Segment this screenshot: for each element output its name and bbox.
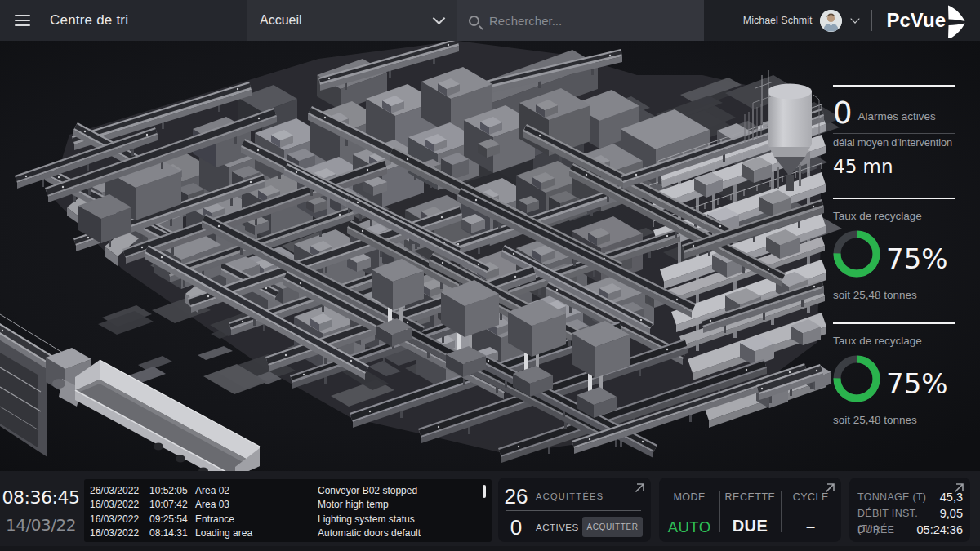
stat-label: TONNAGE (T) — [858, 491, 926, 503]
sidebar-separator — [833, 85, 956, 87]
gauge-subtitle: soit 25,48 tonnes — [833, 289, 956, 301]
acknowledged-count: 26 — [498, 484, 534, 509]
recette-column: RECETTE DUE — [719, 478, 780, 542]
gauge-title: Taux de recyclage — [833, 335, 956, 347]
search-icon — [469, 16, 479, 26]
alarm-row[interactable]: 26/03/2022 10:52:05 Area 02 Conveyor B02… — [90, 483, 483, 498]
topbar-divider — [871, 10, 872, 31]
search-placeholder: Rechercher... — [489, 14, 562, 28]
gauge-subtitle: soit 25,48 tonnes — [833, 414, 956, 426]
stat-overlap-label: (T/h) — [858, 523, 879, 535]
alarm-date: 26/03/2022 — [90, 485, 149, 496]
active-alarms-count: 0 — [833, 100, 853, 127]
alarm-time: 08:14:31 — [149, 527, 195, 539]
pcvue-logo-text: PcVue — [887, 9, 946, 32]
mode-value: AUTO — [659, 518, 719, 536]
cycle-value: – — [781, 517, 841, 535]
chevron-down-icon — [433, 12, 446, 25]
user-avatar[interactable] — [820, 10, 842, 32]
gauge-percent: 75% — [886, 367, 948, 400]
top-bar: Centre de tri Accueil Rechercher... Mich… — [0, 0, 980, 41]
topbar-title-section: Centre de tri — [0, 0, 247, 41]
alarm-message: Conveyor B02 stopped — [318, 485, 483, 496]
bottom-edge-strip — [0, 546, 980, 551]
ack-divider — [506, 510, 641, 511]
alarm-message: Motor high temp — [318, 499, 483, 510]
main-view: 0 Alarmes actives délai moyen d’interven… — [0, 41, 980, 471]
alarm-row[interactable]: 16/03/2022 09:25:54 Entrance Lighting sy… — [90, 512, 483, 527]
alarm-time: 10:07:42 — [149, 499, 195, 510]
sidebar-thin-separator — [833, 133, 956, 134]
clock-time: 08:36:45 — [0, 487, 82, 508]
kpi-sidebar: 0 Alarmes actives délai moyen d’interven… — [833, 85, 956, 447]
gauge-title: Taux de recyclage — [833, 210, 956, 222]
recycling-gauge-1: Taux de recyclage 75% soit 25,48 tonnes — [833, 210, 956, 301]
recette-label: RECETTE — [719, 491, 780, 503]
alarm-time: 10:52:05 — [149, 485, 195, 496]
alarm-date: 16/03/2022 — [90, 499, 149, 510]
alarm-row[interactable]: 16/03/2022 10:07:42 Area 03 Motor high t… — [90, 498, 483, 513]
alarm-area: Area 02 — [195, 485, 318, 496]
alarm-row[interactable]: 16/03/2022 08:14:31 Loading area Automat… — [90, 527, 483, 541]
sidebar-separator — [833, 198, 956, 199]
clock: 08:36:45 14/03/22 — [0, 471, 82, 535]
search-box[interactable]: Rechercher... — [457, 0, 704, 41]
stat-label: DÉBIT INST. — [858, 508, 918, 519]
delay-value: 45 mn — [833, 156, 956, 177]
delay-label: délai moyen d’intervention — [833, 136, 956, 149]
active-alarms-kpi: 0 Alarmes actives — [833, 98, 956, 124]
alarm-message: Lighting system status — [318, 513, 483, 525]
mode-column: MODE AUTO — [659, 478, 719, 542]
pcvue-logo: PcVue — [887, 2, 966, 38]
stat-value: 45,3 — [940, 491, 963, 504]
stat-value: 9,05 — [940, 507, 963, 520]
topbar-user-section: Michael Schmit PcVue — [704, 0, 980, 41]
sidebar-separator — [833, 322, 956, 324]
bottom-bar: 08:36:45 14/03/22 26/03/2022 10:52:05 Ar… — [0, 471, 980, 551]
acknowledge-panel: 26 ACQUITTÉES 0 ACTIVES ACQUITTER — [498, 478, 651, 542]
gauge-donut — [833, 355, 880, 402]
alarm-area: Entrance — [195, 513, 318, 525]
clock-date: 14/03/22 — [0, 515, 82, 535]
active-alarms-label: Alarmes actives — [858, 110, 936, 122]
alarm-area: Area 03 — [195, 499, 318, 510]
cycle-column: CYCLE – — [781, 478, 841, 542]
acknowledge-button[interactable]: ACQUITTER — [582, 517, 643, 537]
alarm-area: Loading area — [195, 527, 318, 539]
stats-panel: TONNAGE (T) 45,3 DÉBIT INST. 9,05 DURÉE … — [849, 478, 970, 542]
nav-selected-label: Accueil — [260, 13, 302, 28]
alarm-message: Automatic doors default — [318, 527, 483, 539]
user-name: Michael Schmit — [743, 15, 813, 26]
mode-label: MODE — [659, 491, 719, 503]
hamburger-menu-icon[interactable] — [15, 15, 30, 26]
nav-dropdown[interactable]: Accueil — [247, 0, 457, 41]
active-count: 0 — [498, 515, 534, 540]
cycle-label: CYCLE — [781, 491, 841, 503]
alarm-time: 09:25:54 — [149, 513, 195, 525]
alarm-list-panel[interactable]: 26/03/2022 10:52:05 Area 02 Conveyor B02… — [84, 479, 492, 542]
stat-value: 05:24:36 — [917, 523, 963, 536]
alarm-date: 16/03/2022 — [90, 527, 149, 539]
pcvue-dashboard: Centre de tri Accueil Rechercher... Mich… — [0, 0, 980, 551]
acknowledged-label: ACQUITTÉES — [536, 491, 604, 501]
mode-panel: MODE AUTO RECETTE DUE CYCLE – — [659, 478, 841, 542]
recette-value: DUE — [719, 517, 780, 535]
gauge-percent: 75% — [886, 242, 948, 275]
alarm-date: 16/03/2022 — [90, 513, 149, 525]
alarm-list-scrollbar[interactable] — [483, 485, 486, 498]
recycling-gauge-2: Taux de recyclage 75% soit 25,48 tonnes — [833, 335, 956, 426]
active-label: ACTIVES — [536, 522, 579, 532]
user-chevron-down-icon[interactable] — [850, 14, 859, 23]
gauge-donut — [833, 230, 880, 278]
app-title: Centre de tri — [50, 12, 128, 29]
pcvue-logo-swoosh — [948, 4, 966, 38]
